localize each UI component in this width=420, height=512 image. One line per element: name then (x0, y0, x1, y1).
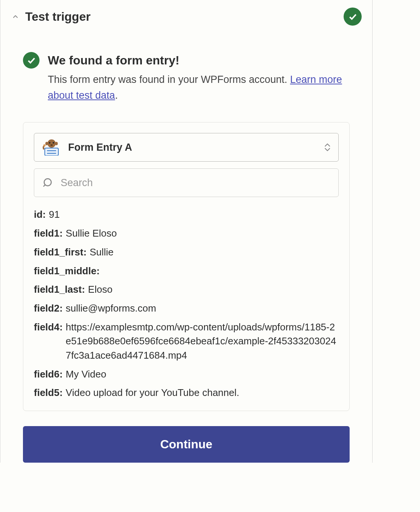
search-input[interactable] (61, 177, 330, 189)
entry-select[interactable]: Form Entry A (34, 133, 339, 162)
field-row: id:91 (34, 208, 339, 222)
field-row: field1_middle: (34, 264, 339, 278)
svg-rect-6 (45, 148, 58, 156)
field-row: field1_first:Sullie (34, 245, 339, 260)
message-title: We found a form entry! (48, 52, 350, 69)
section-header: Test trigger (0, 0, 372, 33)
search-box[interactable] (34, 168, 339, 197)
entry-select-label: Form Entry A (68, 141, 317, 155)
search-icon (43, 177, 54, 188)
svg-point-4 (46, 142, 48, 145)
field-row: field4:https://examplesmtp.com/wp-conten… (34, 320, 339, 363)
field-row: field1_last:Eloso (34, 283, 339, 297)
svg-point-1 (49, 142, 50, 144)
svg-point-0 (47, 139, 56, 148)
svg-point-9 (43, 144, 46, 147)
status-success-icon (344, 8, 362, 26)
check-icon (23, 52, 40, 69)
field-row: field2:sullie@wpforms.com (34, 301, 339, 316)
message-description: This form entry was found in your WPForm… (48, 72, 350, 104)
svg-point-2 (53, 142, 54, 144)
updown-icon (324, 143, 331, 151)
field-row: field1:Sullie Eloso (34, 226, 339, 241)
success-message: We found a form entry! This form entry w… (0, 33, 372, 118)
svg-point-5 (55, 142, 58, 145)
continue-button[interactable]: Continue (23, 426, 350, 463)
entry-card: Form Entry A id:91 field1:Sullie Eloso f… (23, 122, 350, 411)
svg-point-3 (50, 144, 53, 146)
svg-line-11 (44, 185, 45, 186)
collapse-icon[interactable] (11, 12, 20, 21)
field-list: id:91 field1:Sullie Eloso field1_first:S… (34, 208, 339, 400)
field-row: field6:My Video (34, 367, 339, 382)
section-title: Test trigger (25, 8, 91, 25)
wpforms-icon (42, 139, 61, 156)
field-row: field5:Video upload for your YouTube cha… (34, 386, 339, 400)
